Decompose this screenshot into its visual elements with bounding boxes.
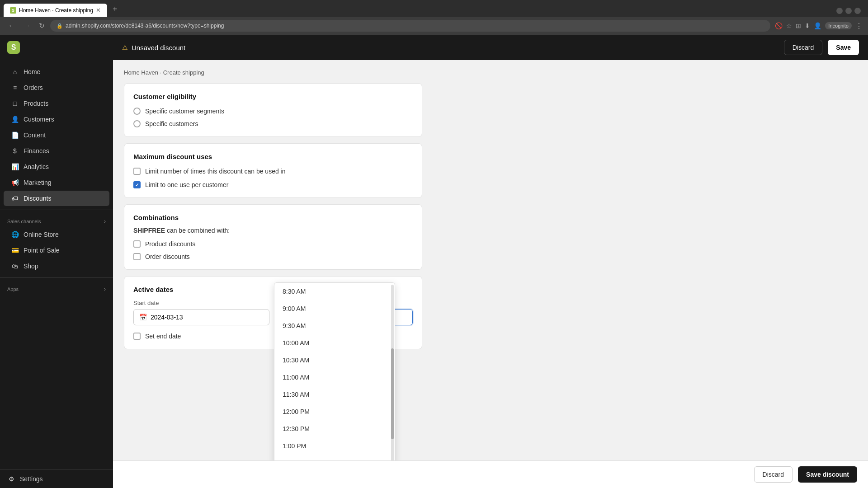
forward-button[interactable]: → (21, 20, 33, 31)
radio-segments-label: Specific customer segments (145, 108, 224, 115)
combinations-description: SHIPFREE can be combined with: (133, 227, 413, 234)
sidebar-logo[interactable]: S (0, 35, 113, 60)
sidebar-item-label: Home (24, 68, 40, 75)
settings-label: Settings (20, 475, 43, 483)
sidebar-item-point-of-sale[interactable]: 💳 Point of Sale (4, 243, 109, 258)
time-option-830am[interactable]: 8:30 AM (274, 283, 395, 300)
home-icon: ⌂ (11, 68, 19, 75)
max-discount-uses-card: Maximum discount uses Limit number of ti… (124, 143, 422, 198)
checkbox-order-discounts[interactable]: Order discounts (133, 253, 413, 260)
new-tab-button[interactable]: + (109, 3, 121, 16)
set-end-date-label: Set end date (145, 333, 181, 340)
time-option-100pm[interactable]: 1:00 PM (274, 437, 395, 455)
lock-icon: 🔒 (57, 23, 63, 29)
time-option-1230pm[interactable]: 12:30 PM (274, 420, 395, 437)
pos-icon: 💳 (11, 247, 19, 254)
checkbox-product-discounts[interactable]: Product discounts (133, 240, 413, 248)
time-option-900am[interactable]: 9:00 AM (274, 300, 395, 317)
apps-section: Apps › (0, 282, 113, 294)
time-option-930am[interactable]: 9:30 AM (274, 317, 395, 334)
sidebar: S ⌂ Home ≡ Orders □ Products 👤 Customers… (0, 35, 113, 488)
sidebar-item-label: Content (24, 131, 46, 139)
analytics-icon: 📊 (11, 163, 19, 170)
sales-channels-arrow: › (104, 218, 106, 225)
finances-icon: $ (11, 147, 19, 155)
sidebar-item-label: Products (24, 100, 48, 107)
sidebar-item-label: Orders (24, 84, 43, 91)
address-bar[interactable]: 🔒 admin.shopify.com/store/de8143-a6/disc… (50, 20, 770, 32)
sidebar-item-home[interactable]: ⌂ Home (4, 64, 109, 80)
incognito-badge: Incognito (825, 22, 852, 29)
warning-icon: ⚠ (122, 44, 128, 51)
checkbox-limit-per-customer[interactable]: ✓ Limit to one use per customer (133, 181, 413, 188)
combinations-checkboxes: Product discounts Order discounts (133, 240, 413, 260)
code-label: SHIPFREE (133, 227, 165, 234)
sidebar-item-label: Online Store (24, 231, 59, 238)
sidebar-item-label: Customers (24, 116, 54, 123)
sidebar-item-marketing[interactable]: 📢 Marketing (4, 175, 109, 190)
window-controls (836, 8, 864, 17)
checkbox-group: Limit number of times this discount can … (133, 168, 413, 188)
sidebar-item-content[interactable]: 📄 Content (4, 127, 109, 143)
customers-icon: 👤 (11, 116, 19, 123)
settings-icon: ⚙ (7, 475, 15, 483)
sidebar-item-customers[interactable]: 👤 Customers (4, 112, 109, 127)
minimize-button[interactable] (836, 8, 843, 14)
browser-tab[interactable]: S Home Haven · Create shipping ✕ (4, 4, 107, 17)
time-option-130pm[interactable]: 1:30 PM (274, 455, 395, 460)
app-header: ⚠ Unsaved discount Discard Save (113, 35, 868, 60)
checkbox-box-limit-total (133, 168, 141, 175)
sales-channels-label: Sales channels (7, 219, 41, 224)
time-option-1030am[interactable]: 10:30 AM (274, 352, 395, 369)
sidebar-item-settings[interactable]: ⚙ Settings (0, 469, 113, 488)
sidebar-item-shop[interactable]: 🛍 Shop (4, 258, 109, 274)
calendar-icon: 📅 (139, 314, 147, 321)
discounts-icon: 🏷 (11, 195, 19, 202)
sidebar-item-analytics[interactable]: 📊 Analytics (4, 159, 109, 174)
browser-chrome: S Home Haven · Create shipping ✕ + (0, 0, 868, 17)
time-option-1200pm[interactable]: 12:00 PM (274, 403, 395, 420)
sidebar-item-orders[interactable]: ≡ Orders (4, 80, 109, 95)
maximize-button[interactable] (845, 8, 852, 14)
sidebar-nav: ⌂ Home ≡ Orders □ Products 👤 Customers 📄… (0, 60, 113, 469)
start-date-value: 2024-03-13 (151, 314, 183, 321)
time-option-1130am[interactable]: 11:30 AM (274, 386, 395, 403)
checkbox-limit-total[interactable]: Limit number of times this discount can … (133, 168, 413, 175)
header-save-button[interactable]: Save (828, 40, 859, 55)
sidebar-item-finances[interactable]: $ Finances (4, 143, 109, 159)
checkbox-label-limit-per-customer: Limit to one use per customer (145, 181, 228, 188)
marketing-icon: 📢 (11, 179, 19, 186)
reload-button[interactable]: ↻ (36, 20, 47, 31)
sidebar-item-label: Shop (24, 263, 38, 270)
eyeslash-icon: 🚫 (775, 22, 783, 29)
star-icon: ☆ (786, 22, 792, 29)
time-option-1100am[interactable]: 11:00 AM (274, 369, 395, 386)
apps-arrow: › (104, 286, 106, 292)
start-date-input[interactable]: 📅 2024-03-13 (133, 309, 269, 325)
orders-icon: ≡ (11, 84, 19, 91)
start-date-label: Start date (133, 300, 269, 306)
header-discard-button[interactable]: Discard (784, 40, 822, 55)
sidebar-item-label: Point of Sale (24, 247, 59, 254)
sidebar-item-products[interactable]: □ Products (4, 96, 109, 111)
profile-icon: 👤 (814, 22, 821, 29)
products-icon: □ (11, 100, 19, 107)
breadcrumb: Home Haven · Create shipping (124, 69, 857, 76)
sidebar-item-label: Marketing (24, 179, 51, 186)
header-title-text: Unsaved discount (132, 44, 185, 52)
back-button[interactable]: ← (5, 20, 18, 31)
main-content: Home Haven · Create shipping Customer el… (113, 60, 868, 460)
footer-save-button[interactable]: Save discount (798, 466, 857, 483)
close-button[interactable] (854, 8, 861, 14)
tab-close-icon[interactable]: ✕ (96, 7, 101, 14)
tab-favicon: S (10, 7, 16, 14)
time-option-1000am[interactable]: 10:00 AM (274, 334, 395, 352)
start-date-field: Start date 📅 2024-03-13 (133, 300, 269, 325)
footer-discard-button[interactable]: Discard (754, 466, 793, 483)
time-dropdown-scroll[interactable]: 8:30 AM 9:00 AM 9:30 AM 10:00 AM 10:30 A… (274, 283, 395, 460)
sidebar-item-discounts[interactable]: 🏷 Discounts (4, 191, 109, 206)
radio-specific[interactable]: Specific customers (133, 120, 413, 127)
menu-icon: ⋮ (855, 22, 863, 30)
radio-segments[interactable]: Specific customer segments (133, 108, 413, 115)
sidebar-item-online-store[interactable]: 🌐 Online Store (4, 227, 109, 242)
